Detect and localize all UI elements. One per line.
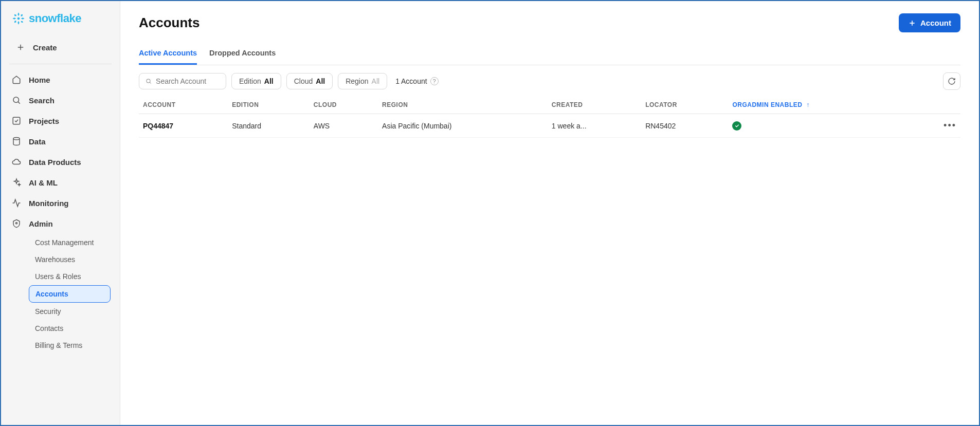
nav-label: Data Products — [29, 158, 81, 166]
svg-point-6 — [13, 138, 20, 140]
nav-label: Data — [29, 137, 46, 146]
create-button[interactable]: Create — [7, 36, 114, 59]
sidebar: snowflake Create Home Search Projects — [1, 1, 120, 425]
cell-locator: RN45402 — [641, 114, 728, 138]
filter-value: All — [264, 77, 274, 85]
tab-bar: Active Accounts Dropped Accounts — [139, 45, 960, 65]
plus-icon — [908, 19, 916, 27]
sidebar-item-ai-ml[interactable]: AI & ML — [5, 172, 116, 193]
filter-label: Region — [346, 77, 368, 85]
refresh-button[interactable] — [943, 72, 960, 90]
sidebar-item-home[interactable]: Home — [5, 69, 116, 90]
subnav-warehouses[interactable]: Warehouses — [29, 251, 111, 268]
col-actions — [915, 96, 960, 114]
sort-asc-icon: ↑ — [806, 101, 810, 108]
search-icon — [11, 95, 22, 105]
col-created[interactable]: CREATED — [548, 96, 641, 114]
tab-dropped-accounts[interactable]: Dropped Accounts — [209, 45, 276, 65]
divider — [9, 64, 112, 64]
sidebar-item-admin[interactable]: Admin — [5, 213, 116, 234]
plus-icon — [15, 42, 26, 52]
filter-edition[interactable]: Edition All — [231, 73, 281, 89]
help-icon[interactable]: ? — [430, 77, 439, 85]
svg-line-4 — [18, 102, 20, 103]
search-account-input-wrap[interactable] — [139, 73, 226, 89]
subnav-contacts[interactable]: Contacts — [29, 320, 111, 337]
filter-region[interactable]: Region All — [338, 73, 387, 89]
subnav-security[interactable]: Security — [29, 303, 111, 320]
cell-cloud: AWS — [310, 114, 378, 138]
svg-point-10 — [147, 79, 150, 83]
sidebar-item-monitoring[interactable]: Monitoring — [5, 193, 116, 213]
subnav-users-roles[interactable]: Users & Roles — [29, 268, 111, 285]
subnav-accounts[interactable]: Accounts — [29, 285, 111, 303]
database-icon — [11, 136, 22, 146]
cell-orgadmin — [728, 114, 914, 138]
svg-point-7 — [16, 223, 17, 224]
svg-line-11 — [150, 82, 151, 83]
filter-value: All — [316, 77, 325, 85]
nav-label: Projects — [29, 117, 59, 125]
create-label: Create — [33, 43, 57, 52]
subnav-cost-management[interactable]: Cost Management — [29, 234, 111, 251]
refresh-icon — [948, 77, 956, 85]
col-cloud[interactable]: CLOUD — [310, 96, 378, 114]
svg-point-0 — [17, 17, 20, 20]
search-icon — [146, 78, 152, 85]
sidebar-item-data-products[interactable]: Data Products — [5, 152, 116, 172]
page-title: Accounts — [139, 15, 199, 31]
projects-icon — [11, 116, 22, 126]
account-count: 1 Account ? — [395, 77, 439, 85]
brand-text: snowflake — [29, 12, 81, 25]
col-label: ORGADMIN ENABLED — [732, 101, 802, 108]
row-actions-button[interactable]: ••• — [915, 114, 960, 138]
check-circle-icon — [732, 121, 741, 131]
sidebar-item-search[interactable]: Search — [5, 90, 116, 110]
search-account-input[interactable] — [156, 77, 220, 85]
col-region[interactable]: REGION — [378, 96, 548, 114]
activity-icon — [11, 198, 22, 208]
sidebar-item-projects[interactable]: Projects — [5, 110, 116, 131]
filter-cloud[interactable]: Cloud All — [286, 73, 333, 89]
col-orgadmin-enabled[interactable]: ORGADMIN ENABLED ↑ — [728, 96, 914, 114]
nav-label: AI & ML — [29, 178, 58, 187]
nav-label: Home — [29, 76, 50, 84]
brand-logo: snowflake — [11, 11, 110, 26]
add-account-button[interactable]: Account — [899, 13, 960, 32]
main-content: Accounts Account Active Accounts Dropped… — [120, 1, 979, 425]
cell-account: PQ44847 — [139, 114, 228, 138]
sparkle-icon — [11, 177, 22, 188]
col-locator[interactable]: LOCATOR — [641, 96, 728, 114]
subnav-billing-terms[interactable]: Billing & Terms — [29, 337, 111, 354]
filter-row: Edition All Cloud All Region All 1 Accou… — [139, 72, 960, 90]
count-text: 1 Account — [395, 77, 427, 85]
svg-rect-5 — [13, 117, 20, 124]
cell-created: 1 week a... — [548, 114, 641, 138]
table-row[interactable]: PQ44847 Standard AWS Asia Pacific (Mumba… — [139, 114, 960, 138]
svg-point-3 — [13, 97, 19, 103]
cloud-icon — [11, 157, 22, 167]
admin-subnav: Cost Management Warehouses Users & Roles… — [5, 234, 116, 354]
col-account[interactable]: ACCOUNT — [139, 96, 228, 114]
tab-active-accounts[interactable]: Active Accounts — [139, 45, 197, 65]
filter-label: Edition — [239, 77, 261, 85]
cell-edition: Standard — [228, 114, 310, 138]
nav-label: Monitoring — [29, 199, 68, 208]
home-icon — [11, 75, 22, 85]
nav-label: Admin — [29, 219, 53, 228]
col-edition[interactable]: EDITION — [228, 96, 310, 114]
sidebar-item-data[interactable]: Data — [5, 131, 116, 152]
accounts-table: ACCOUNT EDITION CLOUD REGION CREATED LOC… — [139, 96, 960, 138]
shield-icon — [11, 218, 22, 229]
snowflake-icon — [11, 11, 26, 26]
main-nav: Home Search Projects Data Data Products … — [1, 67, 120, 356]
more-icon: ••• — [943, 120, 956, 131]
cell-region: Asia Pacific (Mumbai) — [378, 114, 548, 138]
nav-label: Search — [29, 96, 55, 105]
filter-value: All — [372, 77, 380, 85]
button-label: Account — [920, 18, 951, 27]
filter-label: Cloud — [294, 77, 313, 85]
